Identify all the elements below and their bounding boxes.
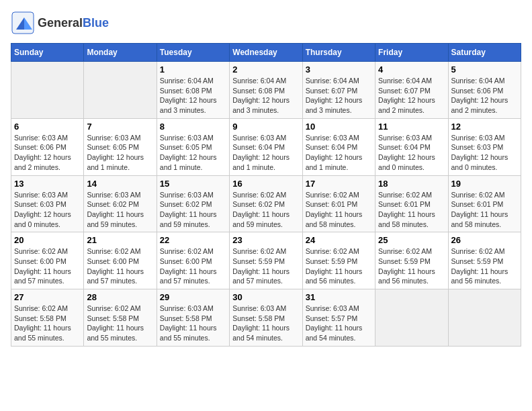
day-info: Sunrise: 6:03 AM Sunset: 6:03 PM Dayligh…: [14, 190, 81, 230]
day-number: 17: [306, 179, 372, 189]
day-info: Sunrise: 6:03 AM Sunset: 6:03 PM Dayligh…: [451, 133, 518, 173]
logo-icon: [11, 11, 35, 35]
day-info: Sunrise: 6:04 AM Sunset: 6:08 PM Dayligh…: [232, 76, 299, 116]
day-number: 14: [87, 179, 153, 189]
day-number: 20: [14, 235, 81, 245]
day-info: Sunrise: 6:02 AM Sunset: 6:02 PM Dayligh…: [232, 190, 299, 230]
day-info: Sunrise: 6:03 AM Sunset: 6:04 PM Dayligh…: [378, 133, 445, 173]
day-number: 15: [160, 179, 226, 189]
calendar-cell: 23Sunrise: 6:02 AM Sunset: 5:59 PM Dayli…: [230, 232, 302, 289]
day-info: Sunrise: 6:03 AM Sunset: 6:06 PM Dayligh…: [14, 133, 81, 173]
day-info: Sunrise: 6:02 AM Sunset: 5:58 PM Dayligh…: [14, 304, 81, 343]
calendar-cell: 29Sunrise: 6:03 AM Sunset: 5:58 PM Dayli…: [157, 289, 229, 347]
day-number: 24: [306, 235, 372, 245]
calendar-cell: 22Sunrise: 6:02 AM Sunset: 6:00 PM Dayli…: [157, 232, 229, 289]
calendar-cell: 20Sunrise: 6:02 AM Sunset: 6:00 PM Dayli…: [11, 232, 84, 289]
day-info: Sunrise: 6:02 AM Sunset: 6:01 PM Dayligh…: [451, 190, 518, 230]
calendar-cell: [448, 289, 521, 347]
day-number: 19: [451, 179, 518, 189]
calendar-week-row: 13Sunrise: 6:03 AM Sunset: 6:03 PM Dayli…: [11, 175, 521, 232]
calendar-cell: [84, 62, 157, 119]
calendar-cell: 16Sunrise: 6:02 AM Sunset: 6:02 PM Dayli…: [230, 175, 302, 232]
day-number: 11: [378, 122, 445, 132]
day-number: 22: [160, 235, 226, 245]
day-info: Sunrise: 6:03 AM Sunset: 6:04 PM Dayligh…: [232, 133, 299, 173]
calendar-cell: 13Sunrise: 6:03 AM Sunset: 6:03 PM Dayli…: [11, 175, 84, 232]
day-info: Sunrise: 6:02 AM Sunset: 5:59 PM Dayligh…: [232, 246, 299, 286]
calendar-cell: [11, 62, 84, 119]
calendar-cell: 14Sunrise: 6:03 AM Sunset: 6:02 PM Dayli…: [84, 175, 157, 232]
day-info: Sunrise: 6:04 AM Sunset: 6:07 PM Dayligh…: [378, 76, 445, 116]
calendar-cell: 9Sunrise: 6:03 AM Sunset: 6:04 PM Daylig…: [230, 118, 302, 175]
day-info: Sunrise: 6:04 AM Sunset: 6:08 PM Dayligh…: [160, 76, 226, 116]
calendar-cell: 2Sunrise: 6:04 AM Sunset: 6:08 PM Daylig…: [230, 62, 302, 119]
day-number: 4: [378, 64, 445, 75]
calendar-week-row: 1Sunrise: 6:04 AM Sunset: 6:08 PM Daylig…: [11, 62, 521, 119]
weekday-header-sunday: Sunday: [11, 44, 84, 62]
calendar-cell: 21Sunrise: 6:02 AM Sunset: 6:00 PM Dayli…: [84, 232, 157, 289]
calendar-cell: 24Sunrise: 6:02 AM Sunset: 5:59 PM Dayli…: [302, 232, 375, 289]
day-number: 1: [160, 64, 226, 75]
day-info: Sunrise: 6:03 AM Sunset: 6:05 PM Dayligh…: [87, 133, 153, 173]
day-number: 21: [87, 235, 153, 245]
day-number: 5: [451, 64, 518, 75]
logo: GeneralBlue: [11, 11, 109, 35]
calendar-week-row: 20Sunrise: 6:02 AM Sunset: 6:00 PM Dayli…: [11, 232, 521, 289]
calendar-cell: 3Sunrise: 6:04 AM Sunset: 6:07 PM Daylig…: [302, 62, 375, 119]
day-number: 23: [232, 235, 299, 245]
day-info: Sunrise: 6:04 AM Sunset: 6:06 PM Dayligh…: [451, 76, 518, 116]
day-number: 8: [160, 122, 226, 132]
day-info: Sunrise: 6:02 AM Sunset: 6:01 PM Dayligh…: [306, 190, 372, 230]
day-info: Sunrise: 6:02 AM Sunset: 5:58 PM Dayligh…: [87, 304, 153, 343]
calendar-cell: 25Sunrise: 6:02 AM Sunset: 5:59 PM Dayli…: [375, 232, 448, 289]
calendar-cell: 15Sunrise: 6:03 AM Sunset: 6:02 PM Dayli…: [157, 175, 229, 232]
day-number: 6: [14, 122, 81, 132]
day-info: Sunrise: 6:03 AM Sunset: 5:58 PM Dayligh…: [232, 304, 299, 343]
weekday-header-friday: Friday: [375, 44, 448, 62]
day-info: Sunrise: 6:03 AM Sunset: 5:58 PM Dayligh…: [160, 304, 226, 343]
day-number: 26: [451, 235, 518, 245]
day-info: Sunrise: 6:02 AM Sunset: 5:59 PM Dayligh…: [378, 246, 445, 286]
day-info: Sunrise: 6:03 AM Sunset: 5:57 PM Dayligh…: [306, 304, 372, 343]
day-info: Sunrise: 6:02 AM Sunset: 6:00 PM Dayligh…: [87, 246, 153, 286]
day-info: Sunrise: 6:02 AM Sunset: 6:00 PM Dayligh…: [160, 246, 226, 286]
day-info: Sunrise: 6:02 AM Sunset: 6:00 PM Dayligh…: [14, 246, 81, 286]
calendar-cell: 12Sunrise: 6:03 AM Sunset: 6:03 PM Dayli…: [448, 118, 521, 175]
calendar-cell: 5Sunrise: 6:04 AM Sunset: 6:06 PM Daylig…: [448, 62, 521, 119]
day-number: 3: [306, 64, 372, 75]
calendar-cell: [375, 289, 448, 347]
day-number: 28: [87, 292, 153, 302]
day-number: 25: [378, 235, 445, 245]
calendar-cell: 10Sunrise: 6:03 AM Sunset: 6:04 PM Dayli…: [302, 118, 375, 175]
calendar-cell: 30Sunrise: 6:03 AM Sunset: 5:58 PM Dayli…: [230, 289, 302, 347]
day-number: 7: [87, 122, 153, 132]
logo-label: GeneralBlue: [38, 16, 109, 30]
day-number: 30: [232, 292, 299, 302]
weekday-header-tuesday: Tuesday: [157, 44, 229, 62]
calendar-table: SundayMondayTuesdayWednesdayThursdayFrid…: [11, 43, 521, 347]
day-number: 29: [160, 292, 226, 302]
calendar-cell: 31Sunrise: 6:03 AM Sunset: 5:57 PM Dayli…: [302, 289, 375, 347]
calendar-cell: 28Sunrise: 6:02 AM Sunset: 5:58 PM Dayli…: [84, 289, 157, 347]
day-info: Sunrise: 6:02 AM Sunset: 5:59 PM Dayligh…: [306, 246, 372, 286]
weekday-header-monday: Monday: [84, 44, 157, 62]
day-info: Sunrise: 6:02 AM Sunset: 5:59 PM Dayligh…: [451, 246, 518, 286]
day-info: Sunrise: 6:02 AM Sunset: 6:01 PM Dayligh…: [378, 190, 445, 230]
calendar-cell: 27Sunrise: 6:02 AM Sunset: 5:58 PM Dayli…: [11, 289, 84, 347]
calendar-week-row: 27Sunrise: 6:02 AM Sunset: 5:58 PM Dayli…: [11, 289, 521, 347]
day-number: 16: [232, 179, 299, 189]
calendar-cell: 26Sunrise: 6:02 AM Sunset: 5:59 PM Dayli…: [448, 232, 521, 289]
day-info: Sunrise: 6:03 AM Sunset: 6:02 PM Dayligh…: [87, 190, 153, 230]
day-number: 13: [14, 179, 81, 189]
calendar-cell: 4Sunrise: 6:04 AM Sunset: 6:07 PM Daylig…: [375, 62, 448, 119]
calendar-week-row: 6Sunrise: 6:03 AM Sunset: 6:06 PM Daylig…: [11, 118, 521, 175]
calendar-cell: 1Sunrise: 6:04 AM Sunset: 6:08 PM Daylig…: [157, 62, 229, 119]
calendar-cell: 6Sunrise: 6:03 AM Sunset: 6:06 PM Daylig…: [11, 118, 84, 175]
day-info: Sunrise: 6:04 AM Sunset: 6:07 PM Dayligh…: [306, 76, 372, 116]
calendar-cell: 18Sunrise: 6:02 AM Sunset: 6:01 PM Dayli…: [375, 175, 448, 232]
logo-text-area: GeneralBlue: [38, 16, 109, 30]
day-info: Sunrise: 6:03 AM Sunset: 6:02 PM Dayligh…: [160, 190, 226, 230]
calendar-cell: 11Sunrise: 6:03 AM Sunset: 6:04 PM Dayli…: [375, 118, 448, 175]
day-number: 9: [232, 122, 299, 132]
day-info: Sunrise: 6:03 AM Sunset: 6:04 PM Dayligh…: [306, 133, 372, 173]
